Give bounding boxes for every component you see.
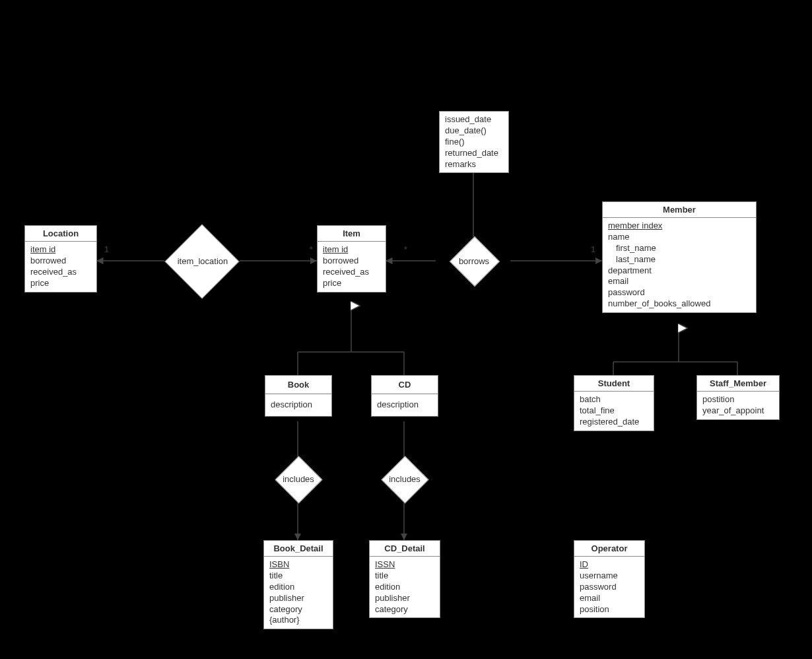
attr-location-receivedas: received_as [30,267,91,278]
attr-member-name: name [608,232,751,243]
attr-item-receivedas: received_as [323,267,380,278]
entity-item-attrs: item id borrowed received_as price [318,242,386,292]
attr-member-lastname: last_name [608,254,751,265]
entity-staffmember: Staff_Member postition year_of_appoint [696,375,780,420]
attr-item-borrowed: borrowed [323,256,380,267]
attr-cd-description: description [377,399,432,411]
entity-student-title: Student [574,376,654,392]
attr-borrows-duedate: due_date() [445,125,503,137]
entity-book-attrs: description [265,394,331,416]
attr-bookdetail-title: title [269,571,327,582]
attr-location-borrowed: borrowed [30,256,91,267]
attr-cddetail-publisher: publisher [375,593,434,604]
entity-operator: Operator ID username password email posi… [574,540,645,618]
attr-student-batch: batch [580,394,648,405]
entity-location: Location item id borrowed received_as pr… [24,225,97,293]
attr-borrows-issueddate: issued_date [445,114,503,125]
attr-book-description: description [271,399,326,411]
entity-operator-title: Operator [574,541,644,557]
entity-member-title: Member [603,202,756,218]
attr-bookdetail-edition: edition [269,582,327,593]
entity-staffmember-attrs: postition year_of_appoint [697,392,779,419]
relationship-itemlocation-label: item_location [175,256,230,266]
entity-cd-attrs: description [372,394,438,416]
attr-operator-id: ID [580,559,639,571]
attr-borrows-fine: fine() [445,137,503,148]
entity-operator-attrs: ID username password email position [574,557,644,617]
relationship-includes-book-label: includes [281,474,316,484]
attr-cddetail-issn: ISSN [375,559,434,571]
attr-item-price: price [323,278,380,289]
attr-location-itemid: item id [30,244,91,256]
entity-member-attrs: member index name first_name last_name d… [603,218,756,312]
attr-member-email: email [608,276,751,287]
attr-member-index: member index [608,221,751,232]
attr-borrows-remarks: remarks [445,159,503,170]
borrows-attrs-list: issued_date due_date() fine() returned_d… [440,112,508,172]
attr-cddetail-edition: edition [375,582,434,593]
attr-operator-password: password [580,582,639,593]
attr-location-price: price [30,278,91,289]
attr-student-regdate: registered_date [580,417,648,428]
attr-operator-position: position [580,604,639,615]
attr-cddetail-title: title [375,571,434,582]
entity-bookdetail: Book_Detail ISBN title edition publisher… [263,540,333,629]
entity-student: Student batch total_fine registered_date [574,375,654,431]
entity-book: Book description [265,375,332,417]
entity-cddetail-title: CD_Detail [370,541,440,557]
attr-bookdetail-author: {author} [269,615,327,626]
entity-book-title: Book [265,376,331,394]
entity-cd-title: CD [372,376,438,394]
cardinality-location-1: 1 [104,245,109,254]
attr-borrows-returneddate: returned_date [445,148,503,159]
attr-bookdetail-isbn: ISBN [269,559,327,571]
entity-member: Member member index name first_name last… [602,201,757,313]
attr-operator-username: username [580,571,639,582]
entity-bookdetail-title: Book_Detail [264,541,333,557]
cardinality-item-right-star: * [404,245,407,254]
cardinality-item-left-star: * [310,245,313,254]
attr-staff-yoa: year_of_appoint [702,405,774,417]
entity-staffmember-title: Staff_Member [697,376,779,392]
attr-member-firstname: first_name [608,243,751,254]
entity-cddetail-attrs: ISSN title edition publisher category [370,557,440,617]
entity-bookdetail-attrs: ISBN title edition publisher category {a… [264,557,333,629]
entity-cddetail: CD_Detail ISSN title edition publisher c… [369,540,440,618]
attr-item-itemid: item id [323,244,380,256]
entity-borrows-attrs: issued_date due_date() fine() returned_d… [439,111,509,173]
attr-staff-position: postition [702,394,774,405]
entity-location-attrs: item id borrowed received_as price [25,242,96,292]
attr-cddetail-category: category [375,604,434,615]
attr-member-nobooks: number_of_books_allowed [608,298,751,310]
attr-member-department: department [608,265,751,277]
entity-student-attrs: batch total_fine registered_date [574,392,654,431]
relationship-includes-cd-label: includes [387,474,423,484]
attr-bookdetail-publisher: publisher [269,593,327,604]
relationship-borrows-label: borrows [457,256,491,266]
entity-cd: CD description [371,375,438,417]
attr-student-totalfine: total_fine [580,405,648,417]
cardinality-member-1: 1 [591,245,595,254]
entity-location-title: Location [25,226,96,242]
entity-item: Item item id borrowed received_as price [317,225,386,293]
attr-member-password: password [608,287,751,298]
attr-bookdetail-category: category [269,604,327,615]
attr-operator-email: email [580,593,639,604]
entity-item-title: Item [318,226,386,242]
